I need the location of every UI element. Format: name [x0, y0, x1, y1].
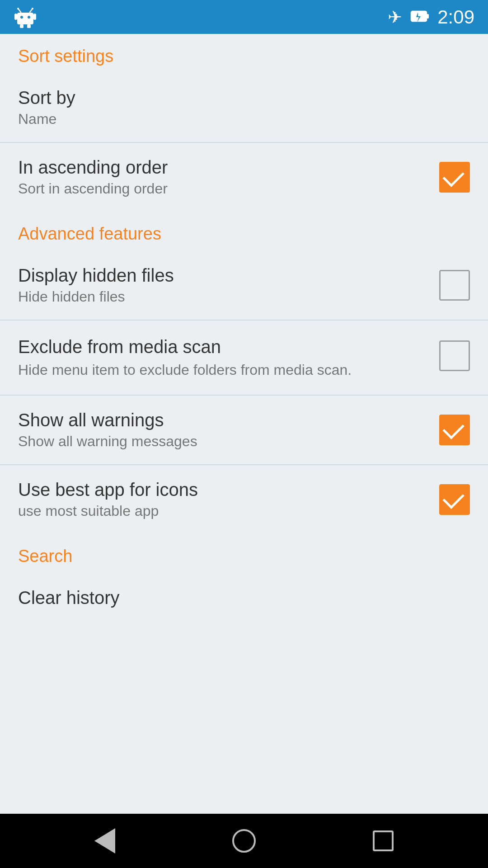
use-best-app-subtitle: use most suitable app	[18, 503, 426, 519]
ascending-order-item[interactable]: In ascending order Sort in ascending ord…	[0, 143, 488, 212]
display-hidden-files-checkbox[interactable]	[439, 270, 470, 301]
display-hidden-files-title: Display hidden files	[18, 265, 426, 286]
home-button[interactable]	[232, 829, 256, 853]
use-best-app-item[interactable]: Use best app for icons use most suitable…	[0, 465, 488, 534]
status-bar: ✈ 2:09	[0, 0, 488, 34]
svg-rect-12	[427, 14, 429, 19]
exclude-media-scan-item[interactable]: Exclude from media scan Hide menu item t…	[0, 321, 488, 395]
sort-by-item[interactable]: Sort by Name	[0, 73, 488, 142]
clear-history-title: Clear history	[18, 588, 470, 608]
svg-rect-9	[14, 14, 17, 20]
ascending-order-subtitle: Sort in ascending order	[18, 180, 426, 197]
use-best-app-checkbox[interactable]	[439, 484, 470, 515]
svg-point-1	[20, 16, 23, 19]
app-icon-area	[14, 5, 37, 29]
svg-point-2	[28, 16, 30, 19]
show-all-warnings-item[interactable]: Show all warnings Show all warning messa…	[0, 396, 488, 465]
sort-settings-section: Sort settings Sort by Name In ascending …	[0, 34, 488, 212]
airplane-icon: ✈	[388, 7, 402, 27]
svg-point-4	[17, 8, 19, 9]
search-section-header: Search	[0, 534, 488, 573]
navigation-bar	[0, 814, 488, 868]
svg-rect-7	[20, 24, 23, 28]
back-button[interactable]	[94, 828, 115, 854]
show-all-warnings-checkbox[interactable]	[439, 415, 470, 445]
exclude-media-scan-text: Exclude from media scan Hide menu item t…	[18, 337, 439, 380]
display-hidden-files-subtitle: Hide hidden files	[18, 288, 426, 305]
show-all-warnings-text: Show all warnings Show all warning messa…	[18, 410, 439, 450]
use-best-app-text: Use best app for icons use most suitable…	[18, 480, 439, 519]
search-section: Search Clear history	[0, 534, 488, 625]
display-hidden-files-text: Display hidden files Hide hidden files	[18, 265, 439, 305]
sort-by-value: Name	[18, 111, 470, 127]
settings-content: Sort settings Sort by Name In ascending …	[0, 34, 488, 814]
sort-by-title: Sort by	[18, 88, 470, 108]
show-all-warnings-title: Show all warnings	[18, 410, 426, 430]
advanced-features-section: Advanced features Display hidden files H…	[0, 212, 488, 534]
home-icon	[232, 829, 256, 853]
sort-section-header: Sort settings	[0, 34, 488, 73]
exclude-media-scan-title: Exclude from media scan	[18, 337, 426, 357]
svg-rect-10	[33, 14, 36, 20]
use-best-app-title: Use best app for icons	[18, 480, 426, 500]
show-all-warnings-subtitle: Show all warning messages	[18, 433, 426, 450]
ascending-order-checkbox[interactable]	[439, 162, 470, 193]
status-icons: ✈ 2:09	[388, 6, 474, 28]
recents-icon	[373, 830, 394, 851]
advanced-section-header: Advanced features	[0, 212, 488, 251]
recents-button[interactable]	[373, 830, 394, 851]
battery-icon	[410, 8, 429, 27]
exclude-media-scan-checkbox[interactable]	[439, 340, 470, 371]
status-time: 2:09	[437, 6, 474, 28]
back-icon	[94, 828, 115, 854]
display-hidden-files-item[interactable]: Display hidden files Hide hidden files	[0, 251, 488, 320]
ascending-order-text: In ascending order Sort in ascending ord…	[18, 157, 439, 197]
svg-rect-8	[27, 24, 31, 28]
svg-rect-0	[17, 13, 33, 24]
clear-history-item[interactable]: Clear history	[0, 573, 488, 625]
exclude-media-scan-subtitle: Hide menu item to exclude folders from m…	[18, 360, 426, 380]
svg-point-6	[32, 8, 33, 9]
ascending-order-title: In ascending order	[18, 157, 426, 178]
app-icon	[14, 5, 37, 29]
